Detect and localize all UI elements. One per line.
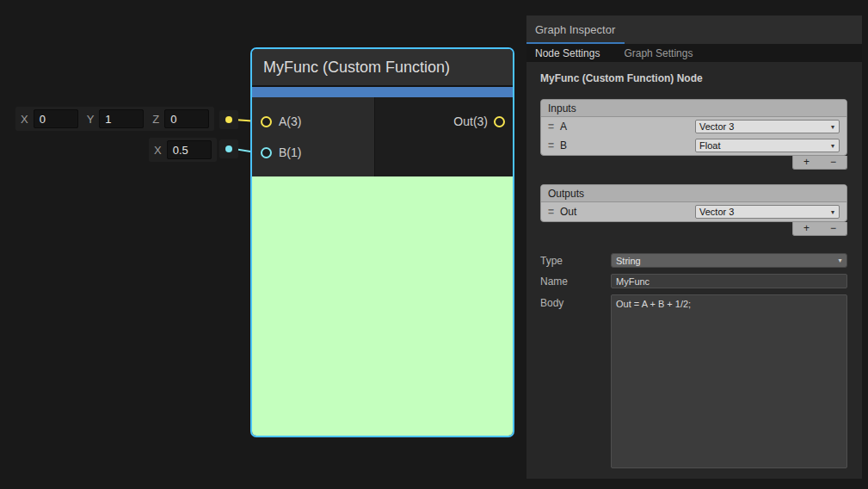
output-row-out[interactable]: = Out Vector 3 ▾ xyxy=(541,202,846,221)
inputs-list-header: Inputs xyxy=(541,100,846,117)
remove-input-button[interactable]: − xyxy=(820,157,846,168)
name-field[interactable] xyxy=(611,274,847,288)
graph-inspector-panel: Graph Inspector Node Settings Graph Sett… xyxy=(526,15,862,479)
node-port-area: A(3) B(1) Out(3) xyxy=(252,97,513,176)
float-default-widget: X 0.5 xyxy=(149,138,217,162)
float-output-port[interactable] xyxy=(219,139,238,158)
input-row-b[interactable]: = B Float ▾ xyxy=(541,136,846,155)
drag-handle-icon[interactable]: = xyxy=(548,139,560,152)
body-property-row: Body Out = A + B + 1/2; xyxy=(540,294,847,468)
vector3-output-port[interactable] xyxy=(219,110,238,129)
vector3-x-group: X 0 xyxy=(21,109,78,128)
dropdown-arrow-icon: ▾ xyxy=(827,142,839,150)
type-label: Type xyxy=(540,255,611,267)
node-title[interactable]: MyFunc (Custom Function) xyxy=(252,49,513,85)
port-a-connector[interactable] xyxy=(261,116,272,127)
outputs-list-header: Outputs xyxy=(541,185,846,202)
node-preview xyxy=(252,176,513,436)
vector3-y-label: Y xyxy=(87,113,95,126)
type-value: String xyxy=(612,256,834,266)
inputs-list-footer: + − xyxy=(792,156,847,170)
name-property-row: Name xyxy=(540,274,847,288)
inspector-title-underline xyxy=(526,42,625,44)
input-b-type-value: Float xyxy=(696,140,827,151)
node-precision-strip xyxy=(252,87,513,97)
outputs-list: Outputs = Out Vector 3 ▾ xyxy=(540,184,847,222)
input-a-type-value: Vector 3 xyxy=(696,121,827,132)
float-x-field[interactable]: 0.5 xyxy=(167,140,212,159)
output-out-type-dropdown[interactable]: Vector 3 ▾ xyxy=(695,205,840,219)
drag-handle-icon[interactable]: = xyxy=(548,121,560,133)
remove-output-button[interactable]: − xyxy=(820,223,846,234)
inspector-title: Graph Inspector xyxy=(535,23,615,36)
body-label: Body xyxy=(540,294,611,309)
vector3-x-field[interactable]: 0 xyxy=(34,109,78,128)
tab-node-settings[interactable]: Node Settings xyxy=(535,47,600,59)
port-out-connector[interactable] xyxy=(494,116,505,127)
float-x-group: X 0.5 xyxy=(154,140,212,159)
inspector-tab-bar: Node Settings Graph Settings xyxy=(526,44,862,62)
output-out-type-value: Vector 3 xyxy=(696,207,827,217)
name-label: Name xyxy=(540,275,611,288)
vector3-x-label: X xyxy=(21,113,28,126)
input-b-name: B xyxy=(560,139,695,152)
port-out-label: Out(3) xyxy=(453,114,488,129)
vector3-z-field[interactable]: 0 xyxy=(164,109,209,128)
vector3-port-dot-icon xyxy=(225,116,232,123)
body-field[interactable]: Out = A + B + 1/2; xyxy=(611,294,847,468)
node-input-slot-background xyxy=(252,97,375,176)
tab-graph-settings[interactable]: Graph Settings xyxy=(624,47,693,59)
outputs-list-footer: + − xyxy=(792,222,847,236)
inspector-header[interactable]: Graph Inspector xyxy=(526,15,862,44)
node-myfunc[interactable]: MyFunc (Custom Function) A(3) B(1) Out(3… xyxy=(250,47,514,437)
inspector-content: MyFunc (Custom Function) Node Inputs = A… xyxy=(526,62,862,477)
vector3-z-label: Z xyxy=(152,113,159,126)
vector3-y-field[interactable]: 1 xyxy=(99,109,144,128)
port-b-label: B(1) xyxy=(279,145,301,160)
drag-handle-icon[interactable]: = xyxy=(548,206,560,218)
dropdown-arrow-icon: ▾ xyxy=(827,123,839,131)
float-port-dot-icon xyxy=(225,145,232,152)
output-out-name: Out xyxy=(560,206,695,218)
input-a-type-dropdown[interactable]: Vector 3 ▾ xyxy=(695,120,840,133)
port-a-label: A(3) xyxy=(279,114,301,129)
add-output-button[interactable]: + xyxy=(793,223,820,234)
inputs-list: Inputs = A Vector 3 ▾ = B Float ▾ xyxy=(540,99,847,156)
vector3-default-widget: X 0 Y 1 Z 0 xyxy=(15,107,214,131)
type-property-row: Type String ▾ xyxy=(540,253,847,268)
input-row-a[interactable]: = A Vector 3 ▾ xyxy=(541,117,846,136)
vector3-z-group: Z 0 xyxy=(152,109,209,128)
dropdown-arrow-icon: ▾ xyxy=(827,208,839,216)
vector3-y-group: Y 1 xyxy=(87,109,145,128)
node-settings-heading: MyFunc (Custom Function) Node xyxy=(540,72,847,84)
float-x-label: X xyxy=(154,144,162,157)
input-b-type-dropdown[interactable]: Float ▾ xyxy=(695,139,840,152)
input-a-name: A xyxy=(560,121,695,133)
port-b-connector[interactable] xyxy=(261,147,272,158)
add-input-button[interactable]: + xyxy=(793,157,820,168)
dropdown-arrow-icon: ▾ xyxy=(834,257,846,264)
type-dropdown[interactable]: String ▾ xyxy=(611,253,847,268)
